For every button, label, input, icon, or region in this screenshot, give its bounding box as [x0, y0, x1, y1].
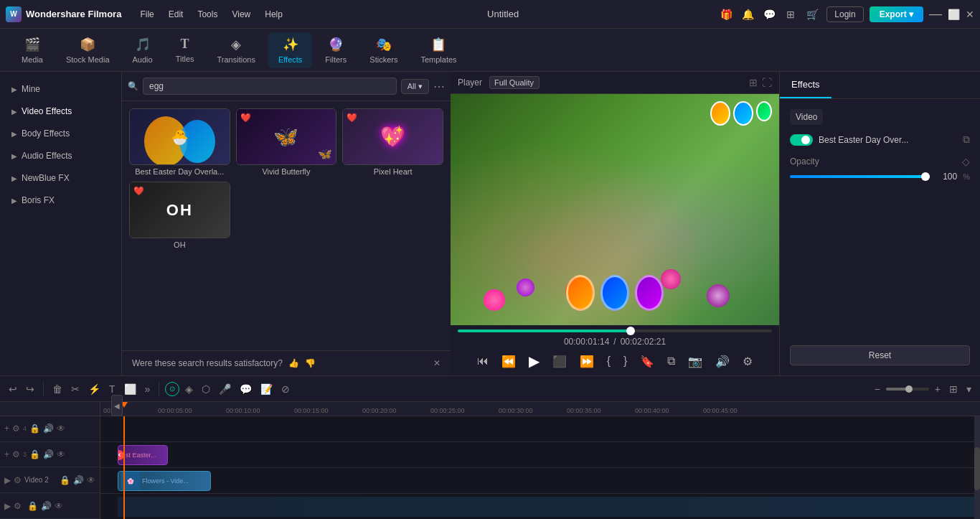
layout-button[interactable]: ⊞ [946, 382, 961, 396]
track-add-icon-3[interactable]: + [4, 449, 9, 459]
grid-view-icon[interactable]: ⊞ [749, 77, 758, 88]
mark-out-button[interactable]: } [621, 353, 630, 369]
fullscreen-icon[interactable]: ⛶ [762, 77, 772, 88]
tool-media[interactable]: 🎬 Media [11, 32, 53, 68]
timeline-scrollbar[interactable] [974, 416, 980, 519]
sidebar-item-mine[interactable]: ▶ Mine [3, 78, 118, 100]
tool-stock-media[interactable]: 📦 Stock Media [56, 32, 120, 68]
track-lock-3[interactable]: 🔒 [29, 449, 40, 459]
delete-button[interactable]: 🗑 [50, 382, 65, 396]
split-audio-button[interactable]: ⚡ [85, 382, 103, 396]
cart-icon[interactable]: 🛒 [804, 6, 821, 23]
track-settings-4[interactable]: ⚙ [12, 424, 20, 434]
export-button[interactable]: Export ▾ [870, 6, 923, 22]
feedback-close-button[interactable]: ✕ [433, 358, 440, 368]
timeline-ruler[interactable]: 00:00 00:00:05:00 00:00:10:00 00:00:15:0… [100, 402, 980, 416]
nav-file[interactable]: File [134, 6, 159, 22]
text-button[interactable]: T [106, 382, 118, 396]
tool-audio[interactable]: 🎵 Audio [123, 32, 163, 68]
effect-item-pixel-heart[interactable]: ❤️ 💖 Pixel Heart [342, 108, 443, 176]
sidebar-item-audio-effects[interactable]: ▶ Audio Effects [3, 145, 118, 167]
opacity-reset-icon[interactable]: ◇ [962, 156, 970, 167]
sidebar-item-video-effects[interactable]: ▶ Video Effects [3, 100, 118, 122]
opacity-slider-handle[interactable] [921, 172, 930, 181]
login-button[interactable]: Login [826, 6, 863, 22]
tab-video[interactable]: Video [790, 109, 823, 125]
chat-icon[interactable]: 💬 [760, 6, 778, 23]
bell-icon[interactable]: 🔔 [739, 6, 756, 23]
track-lock-4[interactable]: 🔒 [29, 424, 40, 434]
track-volume-4[interactable]: 🔊 [43, 424, 54, 434]
tool-transitions[interactable]: ◈ Transitions [207, 32, 265, 68]
scrubber-handle[interactable] [626, 327, 635, 335]
track-lock-v2[interactable]: 🔒 [60, 475, 70, 485]
step-back-button[interactable]: ⏪ [499, 353, 519, 370]
more-tools-button[interactable]: » [142, 382, 154, 396]
subtitle-button[interactable]: 📝 [258, 382, 275, 396]
sidebar-collapse-button[interactable]: ◀ [111, 395, 123, 416]
settings-button[interactable]: ⚙ [740, 353, 755, 370]
voice-button[interactable]: 🎤 [216, 382, 234, 396]
track-lock-1[interactable]: 🔒 [27, 501, 38, 511]
tool-stickers[interactable]: 🎭 Stickers [359, 32, 407, 68]
snapshot-button[interactable]: 📷 [685, 353, 705, 370]
sidebar-item-boris-fx[interactable]: ▶ Boris FX [3, 190, 118, 211]
tool-templates[interactable]: 📋 Templates [410, 32, 466, 68]
nav-tools[interactable]: Tools [192, 6, 223, 22]
skip-back-button[interactable]: ⏮ [474, 353, 491, 369]
mark-in-button[interactable]: { [604, 353, 613, 369]
step-forward-button[interactable]: ⏩ [577, 353, 597, 370]
minimize-button[interactable]: — [929, 6, 942, 22]
quality-selector[interactable]: Full Quality 1/2 Quality 1/4 Quality [489, 76, 540, 89]
effect-clip[interactable]: ✕ st Easter... [118, 445, 168, 465]
play-button[interactable]: ▶ [526, 351, 542, 371]
zoom-out-button[interactable]: − [872, 382, 883, 396]
clip-marker-button[interactable]: ⬡ [199, 382, 213, 396]
picture-in-picture-button[interactable]: ⧉ [664, 353, 678, 369]
time-scrubber[interactable] [458, 329, 772, 332]
thumbs-down-button[interactable]: 👎 [305, 358, 316, 368]
effect-toggle[interactable] [790, 134, 813, 146]
effect-item-oh[interactable]: ❤️ OH OH [129, 182, 230, 249]
nav-help[interactable]: Help [259, 6, 288, 22]
zoom-in-button[interactable]: + [932, 382, 943, 396]
scrollbar-thumb[interactable] [974, 447, 980, 490]
close-button[interactable]: ✕ [966, 9, 974, 20]
track-add-icon-4[interactable]: + [4, 424, 9, 434]
keyframe-button[interactable]: ◈ [182, 382, 196, 396]
sidebar-item-body-effects[interactable]: ▶ Body Effects [3, 123, 118, 144]
video-clip[interactable]: 🌸 Flowers - Vide... [118, 471, 211, 491]
track-eye-4[interactable]: 👁 [57, 424, 65, 434]
stop-button[interactable]: ⬛ [550, 353, 570, 370]
search-input[interactable] [143, 78, 397, 95]
redo-button[interactable]: ↪ [23, 382, 37, 396]
more-layout-button[interactable]: ▾ [963, 382, 974, 396]
volume-button[interactable]: 🔊 [712, 353, 732, 370]
tab-effects[interactable]: Effects [780, 72, 831, 98]
opacity-slider-track[interactable] [790, 175, 930, 178]
track-eye-v2[interactable]: 👁 [87, 475, 95, 485]
thumbs-up-button[interactable]: 👍 [288, 358, 299, 368]
gift-icon[interactable]: 🎁 [717, 6, 735, 23]
more-options-button[interactable]: ⋯ [433, 80, 445, 93]
filter-dropdown[interactable]: All ▾ [401, 79, 429, 94]
tool-effects[interactable]: ✨ Effects [268, 32, 312, 68]
effect-item-vivid-butterfly[interactable]: ❤️ 🦋 🦋 Vivid Butterfly [236, 108, 337, 176]
effect-item-easter-day[interactable]: ❤️ 🐣 Best Easter Day Overla... [129, 108, 230, 176]
snap-button[interactable]: ⊙ [165, 382, 179, 396]
reset-button[interactable]: Reset [790, 345, 970, 365]
track-volume-1[interactable]: 🔊 [41, 501, 52, 511]
maximize-button[interactable]: ⬜ [948, 9, 960, 20]
copy-effect-button[interactable]: ⧉ [963, 134, 970, 146]
track-settings-v2[interactable]: ⚙ [14, 475, 22, 485]
add-marker-button[interactable]: 🔖 [637, 353, 657, 370]
undo-button[interactable]: ↩ [6, 382, 20, 396]
grid-icon[interactable]: ⊞ [782, 6, 799, 23]
caption-button[interactable]: 💬 [237, 382, 255, 396]
nav-view[interactable]: View [226, 6, 256, 22]
track-volume-v2[interactable]: 🔊 [73, 475, 84, 485]
nav-edit[interactable]: Edit [163, 6, 189, 22]
cut-button[interactable]: ✂ [68, 382, 83, 396]
track-volume-3[interactable]: 🔊 [43, 449, 54, 459]
tool-titles[interactable]: T Titles [166, 32, 204, 67]
